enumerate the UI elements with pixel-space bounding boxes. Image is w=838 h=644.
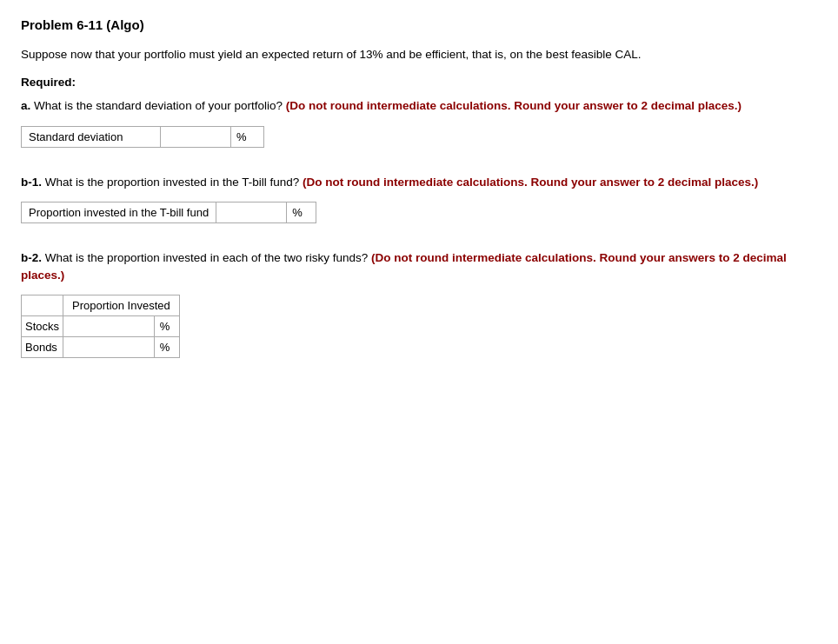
proportion-input-cell-bonds[interactable] (63, 337, 155, 358)
question-a-text: a. What is the standard deviation of you… (21, 97, 817, 115)
question-a-main: What is the standard deviation of your p… (34, 99, 283, 112)
proportion-unit-bonds: % (154, 337, 179, 358)
standard-deviation-row: Standard deviation % (21, 126, 264, 148)
question-b1-main: What is the proportion invested in the T… (45, 176, 299, 189)
standard-deviation-input[interactable] (161, 127, 230, 147)
table-row: Bonds% (22, 337, 180, 358)
question-b1-text: b-1. What is the proportion invested in … (21, 174, 817, 191)
question-b2-text: b-2. What is the proportion invested in … (21, 249, 817, 285)
row-label-stocks: Stocks (22, 316, 63, 337)
standard-deviation-unit: % (230, 127, 252, 147)
question-b2-label: b-2. (21, 251, 42, 264)
question-a-label: a. (21, 99, 30, 112)
proportion-table-blank-header (22, 295, 63, 316)
question-b2-main: What is the proportion invested in each … (45, 251, 368, 264)
tbill-proportion-input[interactable] (216, 202, 286, 222)
proportion-input-cell-stocks[interactable] (63, 316, 155, 337)
required-label: Required: (21, 76, 817, 89)
proportion-table: Proportion Invested Stocks%Bonds% (21, 295, 180, 358)
tbill-proportion-label: Proportion invested in the T-bill fund (22, 202, 216, 222)
row-label-bonds: Bonds (22, 337, 63, 358)
proportion-unit-stocks: % (154, 316, 179, 337)
table-row: Stocks% (22, 316, 180, 337)
intro-text: Suppose now that your portfolio must yie… (21, 46, 817, 63)
tbill-proportion-row: Proportion invested in the T-bill fund % (21, 202, 316, 223)
proportion-table-header: Proportion Invested (63, 295, 180, 316)
question-b1-note: (Do not round intermediate calculations.… (303, 176, 758, 189)
proportion-input-bonds[interactable] (67, 339, 136, 355)
problem-title: Problem 6-11 (Algo) (21, 17, 817, 32)
question-b1-label: b-1. (21, 176, 42, 189)
tbill-proportion-unit: % (286, 202, 308, 222)
proportion-input-stocks[interactable] (67, 318, 136, 335)
standard-deviation-label: Standard deviation (22, 127, 161, 147)
question-a-note: (Do not round intermediate calculations.… (286, 99, 742, 112)
